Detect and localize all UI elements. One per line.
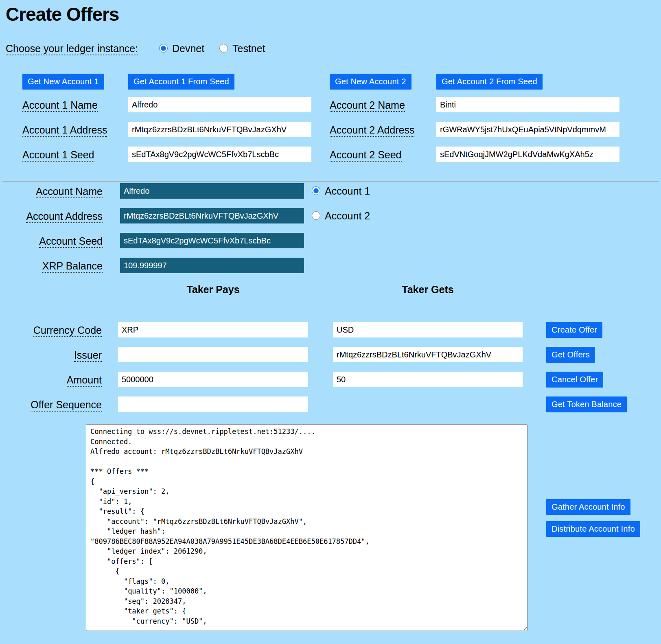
cancel-offer-button[interactable]: Cancel Offer bbox=[546, 372, 603, 388]
account1-address-label: Account 1 Address bbox=[22, 124, 107, 136]
offer-sequence-input[interactable] bbox=[118, 396, 308, 412]
offer-sequence-label: Offer Sequence bbox=[8, 399, 102, 411]
create-offers-page: { "title": "Create Offers", "ledger": { … bbox=[0, 0, 661, 644]
testnet-radio[interactable] bbox=[219, 44, 228, 53]
account2-address-input[interactable] bbox=[436, 122, 619, 137]
account-name-field[interactable] bbox=[120, 183, 304, 199]
taker-pays-header: Taker Pays bbox=[118, 284, 308, 296]
account2-name-input[interactable] bbox=[436, 97, 619, 112]
account1-name-input[interactable] bbox=[128, 97, 311, 112]
account-1-radio[interactable] bbox=[312, 186, 320, 195]
taker-gets-issuer-input[interactable] bbox=[333, 347, 523, 362]
issuer-label: Issuer bbox=[8, 349, 102, 361]
xrp-balance-field[interactable] bbox=[120, 258, 304, 273]
testnet-radio-label: Testnet bbox=[232, 43, 265, 54]
account-2-radio-label: Account 2 bbox=[325, 210, 370, 221]
get-account-1-from-seed-button[interactable]: Get Account 1 From Seed bbox=[128, 74, 234, 90]
xrp-balance-label: XRP Balance bbox=[8, 260, 103, 272]
taker-pays-amount-input[interactable] bbox=[118, 372, 308, 387]
ledger-instance-label: Choose your ledger instance: bbox=[6, 42, 138, 55]
taker-gets-header: Taker Gets bbox=[333, 284, 523, 296]
account1-name-label: Account 1 Name bbox=[22, 99, 98, 111]
taker-pays-currency-input[interactable] bbox=[118, 322, 308, 337]
taker-gets-currency-input[interactable] bbox=[333, 322, 523, 337]
account1-address-input[interactable] bbox=[128, 122, 311, 137]
account2-address-label: Account 2 Address bbox=[330, 124, 414, 136]
results-console-textarea[interactable]: Connecting to wss://s.devnet.rippletest.… bbox=[86, 424, 527, 631]
distribute-account-info-button[interactable]: Distribute Account Info bbox=[546, 521, 640, 537]
account-2-radio[interactable] bbox=[312, 211, 320, 220]
devnet-radio[interactable] bbox=[159, 44, 168, 53]
account-address-field[interactable] bbox=[120, 208, 304, 223]
page-title: Create Offers bbox=[6, 3, 119, 25]
account1-seed-label: Account 1 Seed bbox=[22, 149, 94, 161]
account2-seed-input[interactable] bbox=[436, 147, 619, 162]
account1-seed-input[interactable] bbox=[128, 147, 311, 162]
account2-name-label: Account 2 Name bbox=[330, 99, 405, 111]
get-account-2-from-seed-button[interactable]: Get Account 2 From Seed bbox=[436, 74, 543, 90]
get-new-account-1-button[interactable]: Get New Account 1 bbox=[22, 74, 104, 90]
taker-pays-issuer-input[interactable] bbox=[118, 347, 308, 362]
amount-label: Amount bbox=[8, 374, 102, 386]
account-name-label: Account Name bbox=[8, 185, 103, 197]
create-offer-button[interactable]: Create Offer bbox=[546, 322, 602, 338]
gather-account-info-button[interactable]: Gather Account Info bbox=[546, 499, 630, 515]
account-address-label: Account Address bbox=[8, 210, 103, 222]
taker-gets-amount-input[interactable] bbox=[333, 372, 523, 387]
account-1-radio-label: Account 1 bbox=[325, 186, 370, 196]
section-divider bbox=[2, 181, 659, 182]
get-offers-button[interactable]: Get Offers bbox=[546, 347, 595, 363]
currency-code-label: Currency Code bbox=[8, 324, 102, 336]
get-new-account-2-button[interactable]: Get New Account 2 bbox=[330, 74, 411, 90]
account-seed-field[interactable] bbox=[120, 233, 304, 248]
devnet-radio-label: Devnet bbox=[172, 43, 204, 54]
account-seed-label: Account Seed bbox=[8, 235, 103, 247]
account2-seed-label: Account 2 Seed bbox=[330, 149, 402, 161]
get-token-balance-button[interactable]: Get Token Balance bbox=[546, 396, 627, 412]
